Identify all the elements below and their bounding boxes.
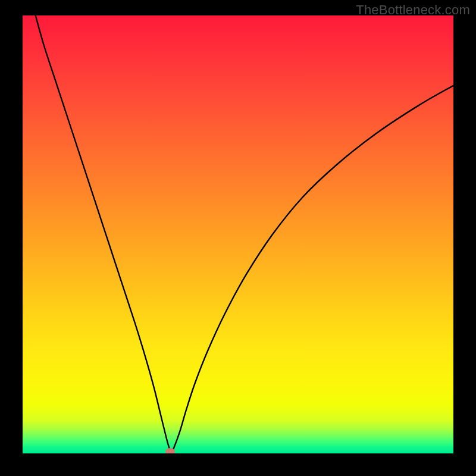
- optimum-marker: [165, 448, 175, 453]
- plot-area: [23, 15, 453, 453]
- bottleneck-curve-svg: [23, 15, 453, 453]
- chart-frame: TheBottleneck.com: [0, 0, 476, 476]
- watermark-text: TheBottleneck.com: [356, 2, 470, 18]
- bottleneck-curve-path: [36, 15, 453, 452]
